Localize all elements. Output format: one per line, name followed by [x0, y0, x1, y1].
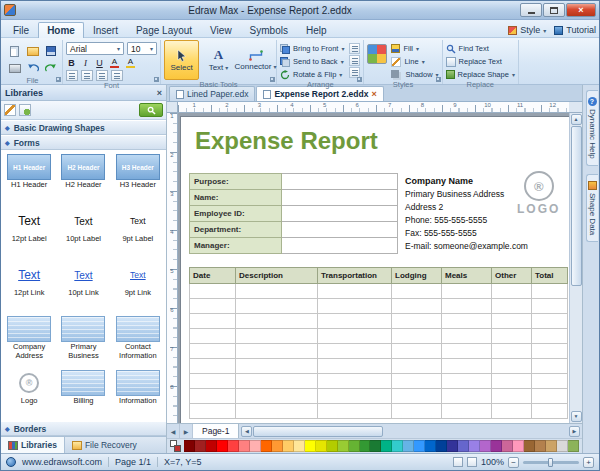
zoom-out-button[interactable]: − [508, 457, 519, 468]
color-swatch[interactable] [360, 440, 371, 452]
table-cell[interactable] [392, 359, 442, 374]
color-swatch[interactable] [469, 440, 480, 452]
table-cell[interactable] [532, 284, 568, 299]
edit-library-icon[interactable] [4, 104, 16, 116]
library-shape-company-address[interactable]: Company Address [2, 314, 56, 368]
library-shape-12pt-label[interactable]: Text12pt Label [2, 206, 56, 260]
table-cell[interactable] [492, 299, 532, 314]
field-label-department[interactable]: Department: [190, 222, 282, 238]
select-tool-button[interactable]: Select [164, 40, 199, 80]
library-shape-9pt-link[interactable]: Text9pt Link [111, 260, 165, 314]
table-cell[interactable] [442, 404, 492, 419]
color-swatch[interactable] [414, 440, 425, 452]
field-value[interactable] [282, 238, 398, 254]
zoom-in-button[interactable]: + [583, 457, 594, 468]
field-label-manager[interactable]: Manager: [190, 238, 282, 254]
default-colors-icon[interactable] [170, 440, 181, 452]
color-swatch[interactable] [316, 440, 327, 452]
table-cell[interactable] [318, 404, 392, 419]
library-shape-12pt-link[interactable]: Text12pt Link [2, 260, 56, 314]
table-cell[interactable] [392, 284, 442, 299]
table-cell[interactable] [492, 389, 532, 404]
highlight-color-button[interactable]: A [124, 56, 137, 69]
font-size-select[interactable]: 10▾ [127, 42, 157, 55]
scroll-left-button[interactable]: ◀ [241, 426, 252, 437]
table-cell[interactable] [392, 314, 442, 329]
table-cell[interactable] [318, 389, 392, 404]
col-header-meals[interactable]: Meals [442, 268, 492, 284]
library-shape-primary-business[interactable]: Primary Business [56, 314, 110, 368]
field-label-name[interactable]: Name: [190, 190, 282, 206]
table-cell[interactable] [236, 299, 318, 314]
table-cell[interactable] [318, 359, 392, 374]
align-center-icon[interactable] [81, 70, 93, 81]
field-value[interactable] [282, 206, 398, 222]
table-cell[interactable] [532, 344, 568, 359]
library-shape-10pt-link[interactable]: Text10pt Link [56, 260, 110, 314]
library-shape-h2-header[interactable]: H2 HeaderH2 Header [56, 152, 110, 206]
table-cell[interactable] [492, 314, 532, 329]
print-button[interactable] [6, 60, 23, 76]
tab-file[interactable]: File [4, 22, 38, 38]
table-cell[interactable] [190, 329, 236, 344]
table-cell[interactable] [492, 404, 532, 419]
search-library-button[interactable] [139, 103, 163, 117]
maximize-button[interactable] [543, 3, 565, 17]
color-swatch[interactable] [502, 440, 513, 452]
vertical-ruler[interactable]: 12345678 [167, 113, 178, 423]
table-cell[interactable] [236, 329, 318, 344]
library-shape-billing[interactable]: Billing [56, 368, 110, 421]
table-cell[interactable] [442, 299, 492, 314]
zoom-slider-thumb[interactable] [548, 458, 553, 467]
dialog-launcher-icon[interactable] [436, 77, 441, 82]
table-cell[interactable] [190, 299, 236, 314]
page-title[interactable]: Expense Report [195, 127, 378, 155]
horizontal-scrollbar[interactable]: ◀ ▶ [239, 424, 582, 438]
color-swatch[interactable] [458, 440, 469, 452]
table-cell[interactable] [236, 389, 318, 404]
table-cell[interactable] [442, 374, 492, 389]
table-cell[interactable] [532, 374, 568, 389]
tab-libraries[interactable]: Libraries [1, 437, 65, 453]
close-panel-button[interactable]: × [157, 88, 162, 98]
table-cell[interactable] [442, 389, 492, 404]
color-swatch[interactable] [425, 440, 436, 452]
dialog-launcher-icon[interactable] [357, 77, 362, 82]
color-swatch[interactable] [513, 440, 524, 452]
italic-button[interactable]: I [80, 57, 91, 69]
zoom-slider[interactable] [523, 461, 579, 464]
color-swatch[interactable] [392, 440, 403, 452]
font-color-button[interactable]: A [108, 56, 121, 69]
color-swatch[interactable] [206, 440, 217, 452]
align-objects-icon[interactable] [349, 43, 360, 54]
page-tab[interactable]: Page-1 [193, 424, 239, 438]
align-right-icon[interactable] [96, 70, 108, 81]
col-header-description[interactable]: Description [236, 268, 318, 284]
undo-button[interactable] [24, 60, 41, 76]
library-shape-9pt-label[interactable]: Text9pt Label [111, 206, 165, 260]
table-cell[interactable] [318, 314, 392, 329]
library-shape-information[interactable]: Information [111, 368, 165, 421]
scroll-down-button[interactable]: ▼ [571, 411, 582, 422]
line-button[interactable]: Line▾ [391, 56, 438, 67]
table-cell[interactable] [532, 299, 568, 314]
color-swatch[interactable] [568, 440, 579, 452]
table-cell[interactable] [236, 314, 318, 329]
color-swatch[interactable] [327, 440, 338, 452]
connector-tool-button[interactable]: Connector▾ [238, 40, 273, 80]
tab-file-recovery[interactable]: File Recovery [65, 437, 144, 453]
table-cell[interactable] [190, 314, 236, 329]
table-cell[interactable] [190, 344, 236, 359]
tutorial-menu[interactable]: Tutorial [554, 25, 596, 35]
table-cell[interactable] [236, 284, 318, 299]
table-cell[interactable] [532, 359, 568, 374]
color-swatch[interactable] [535, 440, 546, 452]
minimize-button[interactable] [520, 3, 542, 17]
table-cell[interactable] [492, 344, 532, 359]
table-cell[interactable] [392, 374, 442, 389]
table-cell[interactable] [532, 329, 568, 344]
send-to-back-button[interactable]: Send to Back▾ [280, 56, 344, 67]
tab-view[interactable]: View [201, 22, 241, 38]
bold-button[interactable]: B [66, 57, 77, 69]
library-shape-h1-header[interactable]: H1 HeaderH1 Header [2, 152, 56, 206]
